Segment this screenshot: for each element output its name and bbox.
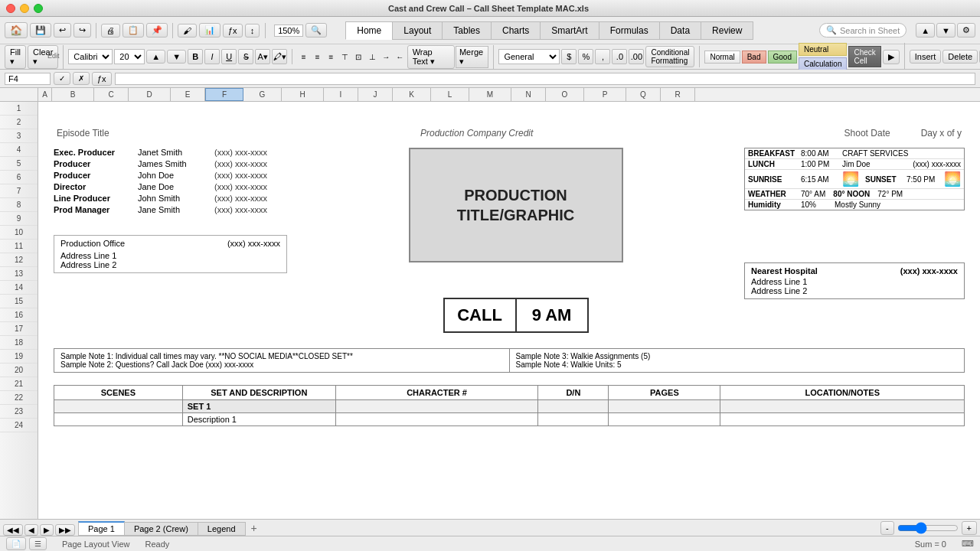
conditional-format[interactable]: ConditionalFormatting <box>645 46 694 67</box>
decimal-down[interactable]: .00 <box>629 49 644 64</box>
col-q: Q <box>626 88 661 101</box>
chart-icon[interactable]: 📊 <box>199 23 220 37</box>
row-8: 8 <box>0 198 38 212</box>
nav-down[interactable]: ▼ <box>936 23 956 37</box>
merge-button[interactable]: Merge ▾ <box>456 46 488 68</box>
underline-button[interactable]: U <box>221 49 237 64</box>
wrap-text[interactable]: Wrap Text ▾ <box>407 45 455 69</box>
italic-button[interactable]: I <box>204 49 220 64</box>
left-section: Exec. Producer Janet Smith (xxx) xxx-xxx… <box>54 148 287 333</box>
insert-button[interactable]: Insert <box>910 50 942 64</box>
crew-list: Exec. Producer Janet Smith (xxx) xxx-xxx… <box>54 148 287 214</box>
zoom-button[interactable]: 🔍 <box>305 23 327 37</box>
scene-num-1 <box>54 400 183 413</box>
paste-button[interactable]: 📌 <box>146 23 168 37</box>
tab-page2[interactable]: Page 2 (Crew) <box>124 522 198 536</box>
undo-button[interactable]: ↩ <box>54 23 71 37</box>
search-box[interactable]: 🔍 Search in Sheet <box>819 23 906 37</box>
good-style[interactable]: Good <box>768 51 797 64</box>
print-button[interactable]: 🖨 <box>101 24 120 37</box>
fx-checkmark[interactable]: ✓ <box>54 72 70 85</box>
formula-input[interactable] <box>115 73 975 85</box>
cell-reference[interactable] <box>5 73 51 85</box>
breakfast-label: BREAKFAST <box>748 149 798 158</box>
tab-review[interactable]: Review <box>701 21 753 40</box>
align-top[interactable]: ⊤ <box>338 49 351 64</box>
bad-style[interactable]: Bad <box>742 51 766 64</box>
font-size-down[interactable]: ▼ <box>167 50 186 64</box>
bold-button[interactable]: B <box>188 49 203 64</box>
font-select[interactable]: Calibri <box>68 49 113 64</box>
prod-office-label: Production Office <box>60 239 125 248</box>
sort-icon[interactable]: ↕ <box>245 24 260 37</box>
tab-charts[interactable]: Charts <box>491 21 541 40</box>
normal-view-icon[interactable]: ☰ <box>29 537 47 550</box>
delete-button[interactable]: Delete <box>942 50 978 64</box>
normal-style[interactable]: Normal <box>704 51 740 64</box>
align-middle[interactable]: ⊡ <box>352 49 365 64</box>
zoom-display[interactable]: 150% <box>274 24 303 37</box>
format-painter[interactable]: 🖌 <box>178 24 197 37</box>
row-24: 24 <box>0 419 38 432</box>
zoom-in[interactable]: + <box>962 521 977 535</box>
nav-up[interactable]: ▲ <box>916 23 935 37</box>
crew-row-exec: Exec. Producer Janet Smith (xxx) xxx-xxx… <box>54 148 287 157</box>
close-button[interactable] <box>6 4 15 13</box>
page-layout-icon[interactable]: 📄 <box>6 537 26 550</box>
function-icon[interactable]: ƒx <box>223 24 243 37</box>
row-15: 15 <box>0 295 38 308</box>
comma-btn[interactable]: , <box>595 49 610 64</box>
tab-back[interactable]: ◀ <box>24 524 38 536</box>
tab-next[interactable]: ▶ <box>40 524 54 536</box>
size-select[interactable]: 20 <box>114 49 145 64</box>
indent-button[interactable]: → <box>380 49 393 64</box>
tab-prev[interactable]: ◀◀ <box>3 524 23 536</box>
calculation-style[interactable]: Calculation <box>799 57 847 70</box>
align-right[interactable]: ≡ <box>325 49 338 64</box>
fill-dropdown[interactable]: Fill ▾ <box>5 45 26 69</box>
font-size-up[interactable]: ▲ <box>146 50 165 64</box>
zoom-out[interactable]: - <box>880 521 894 535</box>
sheet-content[interactable]: Episode Title Production Company Credit … <box>38 102 980 519</box>
minimize-button[interactable] <box>20 4 29 13</box>
tab-formulas[interactable]: Formulas <box>599 21 660 40</box>
tab-legend[interactable]: Legend <box>198 522 246 536</box>
neutral-style[interactable]: Neutral <box>799 43 847 56</box>
tab-last[interactable]: ▶▶ <box>55 524 75 536</box>
tab-tables[interactable]: Tables <box>442 21 492 40</box>
tab-layout[interactable]: Layout <box>392 21 443 40</box>
save-button[interactable]: 💾 <box>30 23 51 37</box>
number-format[interactable]: General <box>498 49 560 64</box>
home-icon[interactable]: 🏠 <box>5 22 28 38</box>
align-left[interactable]: ≡ <box>297 49 310 64</box>
fx-cancel[interactable]: ✗ <box>73 72 90 85</box>
notes-left: Sample Note 1: Individual call times may… <box>54 349 510 372</box>
tab-home[interactable]: Home <box>345 21 393 40</box>
col-e: E <box>171 88 205 101</box>
redo-button[interactable]: ↪ <box>74 23 91 37</box>
tab-smartart[interactable]: SmartArt <box>540 21 599 40</box>
check-cell-style[interactable]: Check Cell <box>848 46 880 67</box>
tab-data[interactable]: Data <box>659 21 701 40</box>
graphic-line1: PRODUCTION <box>457 185 574 205</box>
percent-btn[interactable]: % <box>578 49 593 64</box>
prod-company-credit: Production Company Credit <box>420 128 533 139</box>
currency-btn[interactable]: $ <box>561 49 577 64</box>
font-color-button[interactable]: A▾ <box>255 49 270 64</box>
outdent-button[interactable]: ← <box>394 49 407 64</box>
more-styles[interactable]: ▶ <box>883 50 900 64</box>
align-center[interactable]: ≡ <box>311 49 324 64</box>
name-prodmanager: Jane Smith <box>138 205 214 214</box>
tab-page1[interactable]: Page 1 <box>78 521 125 536</box>
hospital-box: Nearest Hospital (xxx) xxx-xxxx Address … <box>744 262 965 299</box>
zoom-slider[interactable] <box>897 522 959 534</box>
decimal-up[interactable]: .0 <box>612 49 627 64</box>
add-sheet-button[interactable]: + <box>245 520 263 536</box>
align-bottom[interactable]: ⊥ <box>366 49 379 64</box>
settings-icon[interactable]: ⚙ <box>957 23 975 37</box>
fx-button[interactable]: ƒx <box>92 72 112 86</box>
strikethrough-button[interactable]: S̶ <box>238 49 253 64</box>
maximize-button[interactable] <box>34 4 43 13</box>
copy-button[interactable]: 📋 <box>122 23 144 37</box>
highlight-button[interactable]: 🖍▾ <box>272 49 287 64</box>
